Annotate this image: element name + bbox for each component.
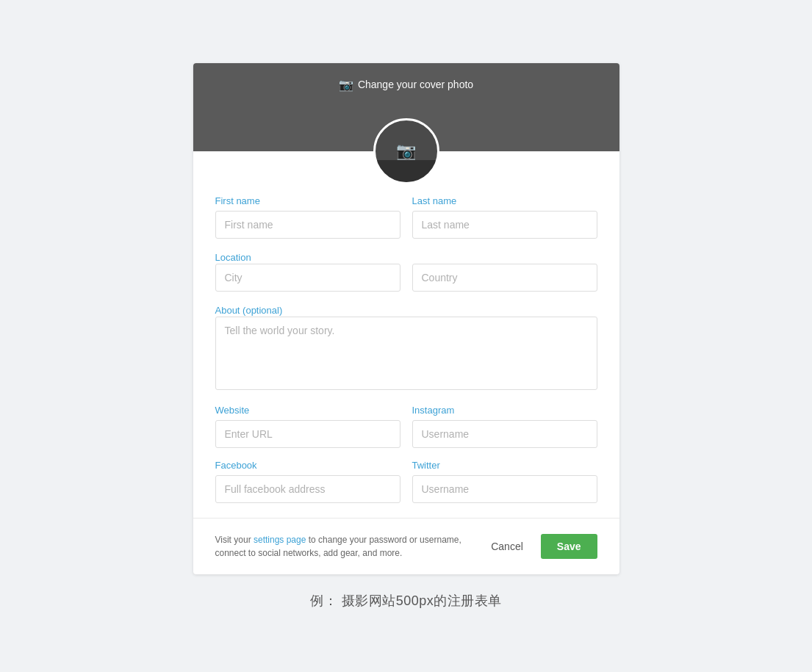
camera-cover-icon: 📷 xyxy=(339,78,353,92)
facebook-label: Facebook xyxy=(215,460,400,471)
footer-buttons: Cancel Save xyxy=(481,534,597,559)
instagram-input[interactable] xyxy=(412,420,597,448)
save-button[interactable]: Save xyxy=(541,534,597,559)
form-footer: Visit your settings page to change your … xyxy=(193,518,619,574)
page-caption: 例： 摄影网站500px的注册表单 xyxy=(310,592,502,610)
social-row-2: Facebook Twitter xyxy=(215,460,597,503)
instagram-group: Instagram xyxy=(412,405,597,448)
location-label: Location xyxy=(215,252,251,263)
last-name-group: Last name xyxy=(412,195,597,239)
name-row: First name Last name xyxy=(215,195,597,239)
website-label: Website xyxy=(215,405,400,416)
city-input[interactable] xyxy=(215,264,400,292)
first-name-input[interactable] xyxy=(215,211,400,239)
country-group xyxy=(412,264,597,292)
profile-edit-card: 📷 Change your cover photo 📷 First name L… xyxy=(193,63,619,574)
location-row xyxy=(215,264,597,292)
settings-page-link[interactable]: settings page xyxy=(254,535,306,545)
location-section: Location xyxy=(215,250,597,292)
form-body: First name Last name Location About ( xyxy=(193,151,619,503)
about-section: About (optional) xyxy=(215,303,597,393)
first-name-label: First name xyxy=(215,195,400,206)
facebook-group: Facebook xyxy=(215,460,400,503)
last-name-input[interactable] xyxy=(412,211,597,239)
cover-area: 📷 Change your cover photo 📷 xyxy=(193,63,619,151)
footer-text-before-link: Visit your xyxy=(215,535,254,545)
instagram-label: Instagram xyxy=(412,405,597,416)
about-label: About (optional) xyxy=(215,305,283,316)
change-cover-photo-button[interactable]: 📷 Change your cover photo xyxy=(339,78,473,92)
avatar-camera-icon: 📷 xyxy=(396,142,416,161)
cancel-button[interactable]: Cancel xyxy=(481,535,533,558)
change-cover-photo-label: Change your cover photo xyxy=(358,79,473,90)
twitter-group: Twitter xyxy=(412,460,597,503)
country-input[interactable] xyxy=(412,264,597,292)
website-group: Website xyxy=(215,405,400,448)
social-row-1: Website Instagram xyxy=(215,405,597,448)
twitter-input[interactable] xyxy=(412,475,597,503)
last-name-label: Last name xyxy=(412,195,597,206)
avatar-upload-button[interactable]: 📷 xyxy=(373,118,439,184)
twitter-label: Twitter xyxy=(412,460,597,471)
website-input[interactable] xyxy=(215,420,400,448)
first-name-group: First name xyxy=(215,195,400,239)
footer-text: Visit your settings page to change your … xyxy=(215,533,481,560)
city-group xyxy=(215,264,400,292)
about-textarea[interactable] xyxy=(215,317,597,390)
facebook-input[interactable] xyxy=(215,475,400,503)
avatar-wrapper: 📷 xyxy=(373,118,439,184)
